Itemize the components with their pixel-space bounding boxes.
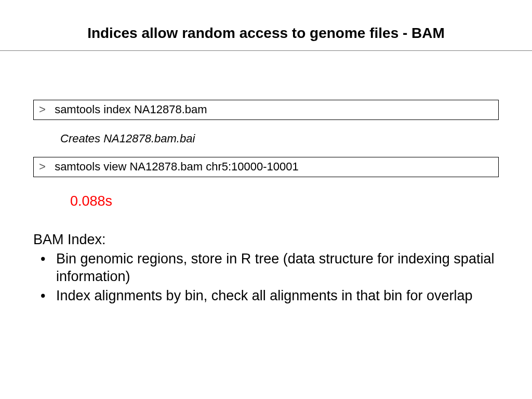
command-box-2: > samtools view NA12878.bam chr5:10000-1…	[33, 157, 499, 177]
prompt-icon: >	[39, 159, 51, 174]
list-item: Index alignments by bin, check all align…	[56, 287, 501, 305]
bullet-list: Bin genomic regions, store in R tree (da…	[33, 250, 501, 305]
list-item: Bin genomic regions, store in R tree (da…	[56, 250, 501, 286]
prompt-icon: >	[39, 102, 51, 116]
command-text-2: samtools view NA12878.bam chr5:10000-100…	[55, 160, 299, 173]
creates-note: Creates NA12878.bam.bai	[60, 132, 195, 145]
timing-result: 0.088s	[70, 193, 112, 209]
command-box-1: > samtools index NA12878.bam	[33, 100, 499, 120]
body-block: BAM Index: Bin genomic regions, store in…	[33, 231, 501, 305]
title-divider	[0, 50, 532, 51]
slide-title: Indices allow random access to genome fi…	[0, 25, 532, 42]
command-text-1: samtools index NA12878.bam	[55, 103, 207, 116]
body-heading: BAM Index:	[33, 231, 501, 249]
slide: Indices allow random access to genome fi…	[0, 0, 532, 399]
